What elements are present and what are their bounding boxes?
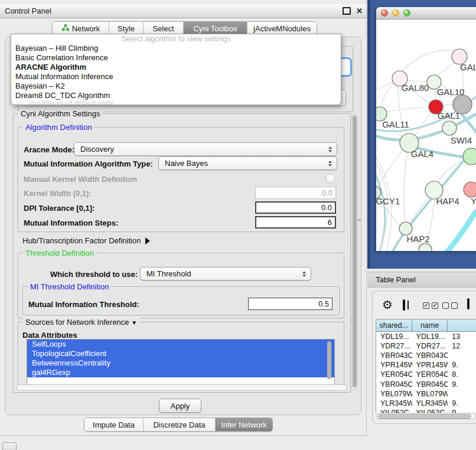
network-window-titlebar[interactable] [376, 7, 476, 19]
algorithm-option-basic-correlation-inference[interactable]: Basic Correlation Inference [11, 53, 341, 63]
tab-select[interactable]: Select [144, 22, 184, 35]
network-edge [407, 80, 427, 81]
settings-group-title: Cyni Algorithm Settings [18, 109, 102, 118]
network-edge [387, 107, 429, 112]
table-cell: YBR043C [376, 351, 412, 360]
tab-discretize-data[interactable]: Discretize Data [144, 418, 216, 431]
attribute-item-selfloops[interactable]: SelfLoops [27, 340, 334, 349]
tab-impute-data[interactable]: Impute Data [84, 418, 144, 431]
table-row[interactable]: YIL052CYIL052C9. [376, 408, 476, 413]
table-header-name[interactable]: name [412, 319, 448, 332]
traffic-close-button[interactable] [381, 9, 388, 17]
attribute-item-betweennesscentrality[interactable]: BetweennessCentrality [27, 358, 334, 368]
node-attribute-table: shared...nameYDL19...YDL19...13YDR27...Y… [376, 319, 476, 413]
control-panel-titlebar: Control Panel ✕ [0, 4, 367, 18]
tab-label: jActiveMNodules [253, 24, 311, 33]
network-edge [437, 61, 457, 76]
table-panel-title: Table Panel [376, 275, 416, 284]
table-row[interactable]: YDR27...YDR27...12 [376, 341, 476, 351]
table-row[interactable]: YBL079WYBL079W [376, 389, 476, 399]
data-attributes-label: Data Attributes [22, 331, 77, 340]
document-icon[interactable] [467, 299, 470, 308]
collapsed-panel-button[interactable] [2, 442, 17, 450]
columns-icon[interactable] [403, 301, 405, 309]
mi-threshold-definition-title: MI Threshold Definition [28, 282, 111, 291]
network-edge [443, 105, 453, 106]
table-cell: YBL079W [412, 390, 448, 398]
table-header-shared[interactable]: shared... [376, 319, 412, 332]
node-label-gal4: GAL4 [411, 149, 433, 159]
network-node-unlabeled[interactable] [419, 243, 432, 251]
table-cell: YPR145W [376, 361, 412, 369]
apply-button[interactable]: Apply [159, 399, 201, 413]
tab-cyni-toolbox[interactable]: Cyni Toolbox [184, 22, 247, 35]
table-row[interactable]: YPR145WYPR145W9. [376, 360, 476, 370]
network-node-unlabeled[interactable] [463, 148, 476, 165]
network-edge [376, 164, 387, 251]
tab-label: Infer Network [221, 420, 266, 429]
gear-icon[interactable]: ⚙ [382, 299, 393, 311]
close-icon[interactable]: ✕ [356, 7, 363, 15]
hub-transcription-factor-section[interactable]: Hub/Transcription Factor Definition [22, 236, 150, 245]
table-header-col2[interactable] [448, 319, 476, 332]
node-label-y: Y [471, 196, 476, 206]
network-view-window: GALGAL80GAL10GAL1GAL11SWI4GAL4GCY1HAP4YH… [376, 7, 476, 251]
traffic-minimize-button[interactable] [392, 9, 399, 17]
table-cell: 9. [448, 361, 476, 369]
network-graph[interactable]: GALGAL80GAL10GAL1GAL11SWI4GAL4GCY1HAP4YH… [376, 19, 476, 251]
network-node-unlabeled[interactable] [453, 95, 472, 114]
table-row[interactable]: YDL19...YDL19...13 [376, 332, 476, 341]
table-row[interactable]: YLR345WYLR345W9. [376, 399, 476, 408]
settings-vertical-scrollbar[interactable] [351, 114, 358, 390]
desktop-shadow-edge [367, 0, 370, 269]
cyni-bottom-tabbar: Impute DataDiscretize DataInfer Network [84, 418, 273, 432]
tab-style[interactable]: Style [109, 22, 144, 35]
tab-label: Style [118, 24, 135, 33]
table-row[interactable]: YBR045CYBR045C9. [376, 379, 476, 389]
table-cell: YDR27... [412, 342, 448, 350]
table-row[interactable]: YER054CYER054C8. [376, 370, 476, 379]
traffic-zoom-button[interactable] [403, 9, 410, 17]
obscured-combobox-text: gal-filtered.sif default node [11, 100, 341, 105]
checked-pair-icon[interactable]: ✓✓ [423, 302, 438, 309]
network-edge [415, 112, 431, 135]
algorithm-option-aracne-algorithm[interactable]: ARACNE Algorithm [11, 63, 341, 72]
tab-label: Impute Data [93, 420, 135, 429]
table-cell: YIL052C [412, 409, 448, 413]
table-row[interactable]: YBR043CYBR043C [376, 351, 476, 360]
network-canvas[interactable]: GALGAL80GAL10GAL1GAL11SWI4GAL4GCY1HAP4YH… [376, 19, 476, 251]
table-cell: 8. [448, 370, 476, 379]
network-node-y[interactable] [464, 182, 476, 197]
unchecked-pair-icon[interactable] [442, 302, 458, 309]
tab-jactivemnodules[interactable]: jActiveMNodules [247, 22, 317, 35]
algorithm-option-bayesian-k2[interactable]: Bayesian – K2 [11, 81, 341, 91]
network-edge [435, 89, 436, 100]
table-cell: YBL079W [376, 390, 412, 398]
settings-horizontal-scrollbar[interactable] [17, 384, 347, 391]
tab-label: Select [152, 24, 174, 33]
tab-network[interactable]: Network [53, 22, 109, 35]
attribute-item-gal4rgexp[interactable]: gal4RGexp [27, 368, 334, 377]
network-node-hap2[interactable] [399, 222, 412, 235]
table-cell: 12 [448, 342, 476, 350]
table-cell: YDR27... [376, 342, 412, 350]
table-cell: 9. [448, 409, 476, 413]
algorithm-option-dream8-dc-tdc-algorithm[interactable]: Dream8 DC_TDC Algorithm [11, 91, 341, 100]
network-edge [446, 212, 475, 251]
tab-infer-network[interactable]: Infer Network [216, 418, 272, 431]
table-horizontal-scrollbar[interactable] [376, 413, 476, 419]
algorithm-option-mutual-information-inference[interactable]: Mutual Information Inference [11, 72, 341, 81]
network-edge [376, 81, 393, 90]
table-cell: 9. [448, 399, 476, 407]
node-label-swi4: SWI4 [451, 135, 472, 145]
table-cell: YBR043C [412, 351, 448, 360]
node-label-gal80: GAL80 [402, 83, 429, 93]
data-attributes-list: SelfLoopsTopologicalCoefficientBetweenne… [27, 339, 335, 385]
algorithm-option-bayesian-hill-climbing[interactable]: Bayesian – Hill Climbing [11, 44, 341, 53]
attribute-item-topologicalcoefficient[interactable]: TopologicalCoefficient [27, 349, 334, 358]
attributes-list-scrollbar[interactable] [327, 340, 332, 383]
float-window-icon[interactable] [343, 7, 351, 15]
tab-label: Cyni Toolbox [193, 24, 237, 33]
network-node-swi4[interactable] [442, 121, 457, 135]
node-label-hap4: HAP4 [436, 196, 459, 206]
